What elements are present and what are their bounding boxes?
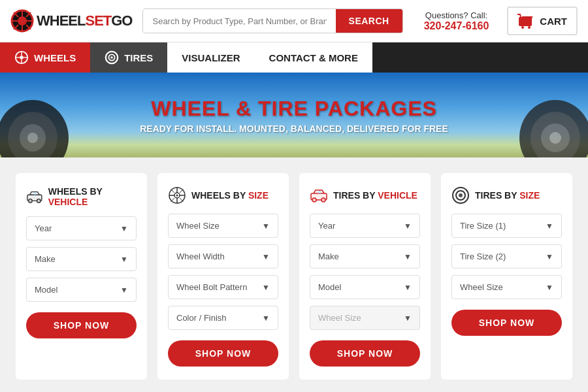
shop-now-tires-vehicle[interactable]: SHOP NOW: [310, 340, 420, 367]
tires-by-vehicle-label: TIRES BY VEHICLE: [333, 190, 417, 201]
car-icon-2: [310, 186, 328, 204]
svg-point-46: [312, 198, 316, 202]
make-dropdown-1[interactable]: Make ▼: [26, 247, 137, 271]
model-dropdown-2[interactable]: Model ▼: [310, 275, 420, 299]
make-arrow-1: ▼: [120, 255, 128, 264]
tire-size-2-dropdown[interactable]: Tire Size (2) ▼: [451, 244, 562, 269]
year-dropdown-1[interactable]: Year ▼: [26, 216, 137, 240]
cart-button[interactable]: CART: [507, 7, 578, 35]
tires-by-size-label: TIRES BY SIZE: [475, 190, 540, 201]
model-arrow-2: ▼: [404, 283, 412, 292]
tire-icon: [451, 186, 470, 204]
wheel-size-dropdown-3[interactable]: Wheel Size ▼: [451, 275, 562, 299]
nav-visualizer[interactable]: VISUALIZER: [167, 42, 254, 73]
wheel-size-label-3: Wheel Size: [460, 282, 503, 292]
wheel-size-label-2: Wheel Size: [318, 313, 361, 323]
wheel-size-dropdown[interactable]: Wheel Size ▼: [168, 214, 278, 238]
tire-size-1-label: Tire Size (1): [460, 221, 506, 231]
logo-set: SET: [85, 12, 111, 29]
banner-title-packages: PACKAGES: [315, 97, 437, 120]
nav-contact-label: CONTACT & MORE: [269, 52, 358, 63]
logo-icon: [10, 9, 34, 33]
svg-point-32: [37, 199, 41, 203]
nav-wheels[interactable]: WHEELS: [0, 42, 90, 73]
car-icon: [26, 188, 43, 206]
nav-contact[interactable]: CONTACT & MORE: [255, 42, 372, 73]
banner-title-main: WHEEL & TIRE: [151, 97, 315, 120]
color-finish-label: Color / Finish: [176, 313, 227, 323]
contact-info: Questions? Call: 320-247-6160: [424, 10, 489, 32]
banner-title: WHEEL & TIRE PACKAGES: [151, 97, 437, 121]
questions-label: Questions? Call:: [425, 10, 487, 20]
logo: WHEELSETGO: [10, 9, 132, 33]
cart-icon: [517, 13, 536, 29]
make-arrow-2: ▼: [404, 252, 412, 261]
search-input[interactable]: [143, 9, 335, 33]
tires-by-vehicle-title: TIRES BY VEHICLE: [310, 186, 420, 204]
tire-size-1-dropdown[interactable]: Tire Size (1) ▼: [451, 214, 562, 238]
wheels-by-size-label: WHEELS BY SIZE: [191, 190, 269, 201]
nav-visualizer-label: VISUALIZER: [182, 52, 240, 63]
shop-now-wheels-vehicle[interactable]: SHOP NOW: [26, 312, 137, 338]
svg-point-31: [29, 199, 33, 203]
year-label-1: Year: [35, 223, 52, 233]
svg-point-1: [18, 17, 26, 25]
wheels-by-vehicle-label: WHEELS BY VEHICLE: [48, 186, 137, 207]
color-finish-dropdown[interactable]: Color / Finish ▼: [168, 306, 278, 330]
shop-now-tires-size[interactable]: SHOP NOW: [451, 310, 562, 336]
wheels-nav-icon: [14, 50, 29, 65]
model-arrow-1: ▼: [120, 286, 128, 295]
svg-point-29: [549, 132, 561, 144]
wheel-size-label: Wheel Size: [176, 221, 220, 231]
wheel-bolt-label: Wheel Bolt Pattern: [176, 282, 247, 292]
wheel-size-arrow-3: ▼: [546, 283, 553, 292]
tires-by-vehicle-section: TIRES BY VEHICLE Year ▼ Make ▼ Model ▼ W…: [299, 173, 431, 380]
wheel-size-dropdown-2[interactable]: Wheel Size ▼: [310, 306, 420, 330]
wheel-width-dropdown[interactable]: Wheel Width ▼: [168, 244, 278, 269]
make-label-2: Make: [318, 252, 339, 261]
svg-line-41: [171, 189, 175, 193]
wheels-by-size-title: WHEELS BY SIZE: [168, 186, 278, 204]
svg-rect-48: [318, 191, 321, 193]
model-label-1: Model: [35, 285, 57, 295]
wheel-width-arrow: ▼: [262, 252, 270, 261]
navigation: WHEELS TIRES VISUALIZER CONTACT & MORE: [0, 42, 588, 73]
search-button[interactable]: SEARCH: [336, 9, 402, 33]
tires-by-size-section: TIRES BY SIZE Tire Size (1) ▼ Tire Size …: [441, 173, 572, 380]
year-dropdown-2[interactable]: Year ▼: [310, 214, 420, 238]
wheels-by-vehicle-title: WHEELS BY VEHICLE: [26, 186, 137, 207]
svg-point-36: [176, 195, 178, 197]
wheel-size-arrow-2: ▼: [404, 314, 412, 323]
tire-size-2-label: Tire Size (2): [460, 252, 506, 261]
shop-grid: WHEELS BY VEHICLE Year ▼ Make ▼ Model ▼ …: [0, 157, 588, 392]
make-dropdown-2[interactable]: Make ▼: [310, 244, 420, 269]
svg-rect-33: [34, 193, 37, 195]
model-label-2: Model: [318, 282, 341, 292]
search-bar: SEARCH: [142, 8, 402, 33]
year-arrow-2: ▼: [404, 221, 412, 231]
svg-line-43: [180, 189, 184, 193]
banner-tire-right: [490, 79, 588, 157]
color-finish-arrow: ▼: [262, 314, 270, 323]
logo-wheel: WHEEL: [37, 12, 85, 29]
banner: WHEEL & TIRE PACKAGES READY FOR INSTALL.…: [0, 73, 588, 157]
svg-line-44: [171, 198, 175, 202]
svg-point-21: [110, 56, 113, 59]
svg-point-12: [528, 26, 531, 29]
tires-nav-icon: [105, 50, 119, 65]
nav-tires[interactable]: TIRES: [90, 42, 167, 73]
wheel-bolt-dropdown[interactable]: Wheel Bolt Pattern ▼: [168, 275, 278, 299]
svg-point-11: [521, 26, 524, 29]
shop-now-wheels-size[interactable]: SHOP NOW: [168, 340, 278, 367]
tire-size-2-arrow: ▼: [546, 252, 553, 261]
svg-point-14: [20, 56, 24, 59]
svg-point-51: [459, 193, 463, 197]
phone-number: 320-247-6160: [424, 20, 489, 32]
year-label-2: Year: [318, 221, 335, 231]
wheel-width-label: Wheel Width: [176, 252, 225, 261]
svg-line-42: [180, 198, 184, 202]
wheel-icon: [168, 186, 186, 204]
banner-subtitle: READY FOR INSTALL. MOUNTED, BALANCED, DE…: [140, 123, 448, 134]
model-dropdown-1[interactable]: Model ▼: [26, 278, 137, 302]
wheels-by-vehicle-section: WHEELS BY VEHICLE Year ▼ Make ▼ Model ▼ …: [16, 173, 147, 380]
